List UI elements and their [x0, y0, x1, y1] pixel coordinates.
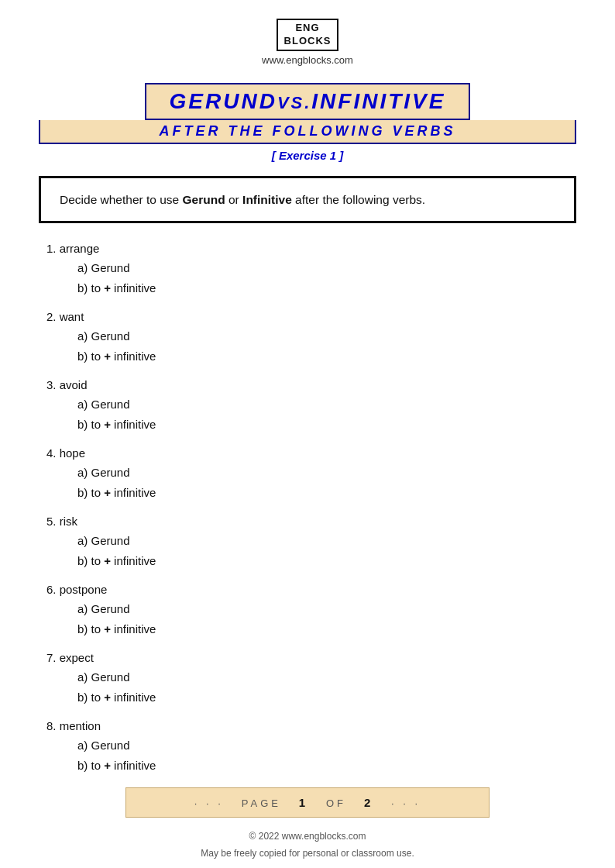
verb-label-5: 5. risk: [46, 515, 576, 528]
option-b-7: b) to + infinitive: [77, 687, 576, 708]
logo-area: ENG BLOCKS www.engblocks.com: [262, 19, 353, 66]
verb-label-8: 8. mention: [46, 719, 576, 732]
options-1: a) Gerundb) to + infinitive: [46, 258, 576, 298]
exercise-item-1: 1. arrangea) Gerundb) to + infinitive: [46, 242, 576, 298]
instruction-text: Decide whether to use Gerund or Infiniti…: [60, 191, 555, 208]
logo-line2: BLOCKS: [284, 35, 332, 48]
options-3: a) Gerundb) to + infinitive: [46, 394, 576, 434]
option-a-4: a) Gerund: [77, 463, 576, 483]
option-b-6: b) to + infinitive: [77, 619, 576, 639]
title-gerund: GERUND: [170, 89, 277, 113]
instruction-word2: Infinitive: [242, 193, 292, 206]
title-main-box: GERUNDvs.INFINITIVE: [145, 83, 471, 120]
option-b-5: b) to + infinitive: [77, 551, 576, 571]
pagination-dots-end: · · ·: [391, 797, 421, 809]
option-b-3: b) to + infinitive: [77, 415, 576, 435]
instruction-middle: or: [225, 193, 242, 206]
page-wrapper: ENG BLOCKS www.engblocks.com GERUNDvs.IN…: [0, 0, 615, 868]
exercise-item-4: 4. hopea) Gerundb) to + infinitive: [46, 446, 576, 502]
option-a-7: a) Gerund: [77, 667, 576, 687]
footer-copyright: © 2022 www.engblocks.com: [201, 828, 414, 846]
pagination-of-label: OF: [326, 797, 346, 809]
footer: © 2022 www.engblocks.com May be freely c…: [201, 828, 414, 862]
options-8: a) Gerundb) to + infinitive: [46, 735, 576, 775]
option-b-4: b) to + infinitive: [77, 483, 576, 503]
verb-label-4: 4. hope: [46, 446, 576, 460]
options-4: a) Gerundb) to + infinitive: [46, 463, 576, 502]
website-url: www.engblocks.com: [262, 54, 353, 66]
pagination-current: 1: [299, 796, 308, 809]
options-6: a) Gerundb) to + infinitive: [46, 599, 576, 639]
option-b-1: b) to + infinitive: [77, 278, 576, 298]
instruction-box: Decide whether to use Gerund or Infiniti…: [39, 176, 576, 223]
title-infinitive: INFINITIVE: [311, 89, 445, 113]
exercise-item-3: 3. avoida) Gerundb) to + infinitive: [46, 378, 576, 434]
exercise-item-2: 2. wanta) Gerundb) to + infinitive: [46, 310, 576, 366]
option-a-3: a) Gerund: [77, 394, 576, 415]
verb-label-3: 3. avoid: [46, 378, 576, 391]
option-a-2: a) Gerund: [77, 326, 576, 346]
exercise-list: 1. arrangea) Gerundb) to + infinitive2. …: [39, 242, 576, 787]
exercise-item-7: 7. expecta) Gerundb) to + infinitive: [46, 651, 576, 707]
title-sub-box: AFTER THE FOLLOWING VERBS: [39, 120, 576, 144]
verb-label-2: 2. want: [46, 310, 576, 323]
exercise-item-8: 8. mentiona) Gerundb) to + infinitive: [46, 719, 576, 775]
logo-box: ENG BLOCKS: [277, 19, 339, 51]
exercise-item-5: 5. riska) Gerundb) to + infinitive: [46, 515, 576, 570]
footer-license: May be freely copied for personal or cla…: [201, 846, 414, 863]
option-a-8: a) Gerund: [77, 735, 576, 756]
options-2: a) Gerundb) to + infinitive: [46, 326, 576, 366]
title-vs: vs.: [277, 93, 311, 112]
options-7: a) Gerundb) to + infinitive: [46, 667, 576, 707]
option-a-5: a) Gerund: [77, 531, 576, 551]
options-5: a) Gerundb) to + infinitive: [46, 531, 576, 570]
logo-line1: ENG: [284, 22, 332, 35]
verb-label-6: 6. postpone: [46, 583, 576, 596]
title-section: GERUNDvs.INFINITIVE AFTER THE FOLLOWING …: [39, 83, 576, 162]
pagination-page-label: PAGE: [242, 797, 281, 809]
title-subtitle: AFTER THE FOLLOWING VERBS: [160, 123, 456, 139]
pagination-total: 2: [364, 796, 373, 809]
option-b-8: b) to + infinitive: [77, 756, 576, 776]
exercise-label: [ Exercise 1 ]: [272, 149, 344, 162]
verb-label-7: 7. expect: [46, 651, 576, 664]
instruction-prefix: Decide whether to use: [60, 193, 183, 206]
option-b-2: b) to + infinitive: [77, 346, 576, 367]
verb-label-1: 1. arrange: [46, 242, 576, 255]
title-main-text: GERUNDvs.INFINITIVE: [170, 89, 446, 113]
option-a-1: a) Gerund: [77, 258, 576, 278]
pagination-dots-start: · · ·: [194, 797, 224, 809]
instruction-word1: Gerund: [183, 193, 225, 206]
pagination-bar: · · · PAGE 1 OF 2 · · ·: [125, 787, 490, 818]
instruction-suffix: after the following verbs.: [292, 193, 425, 206]
exercise-item-6: 6. postponea) Gerundb) to + infinitive: [46, 583, 576, 639]
option-a-6: a) Gerund: [77, 599, 576, 619]
